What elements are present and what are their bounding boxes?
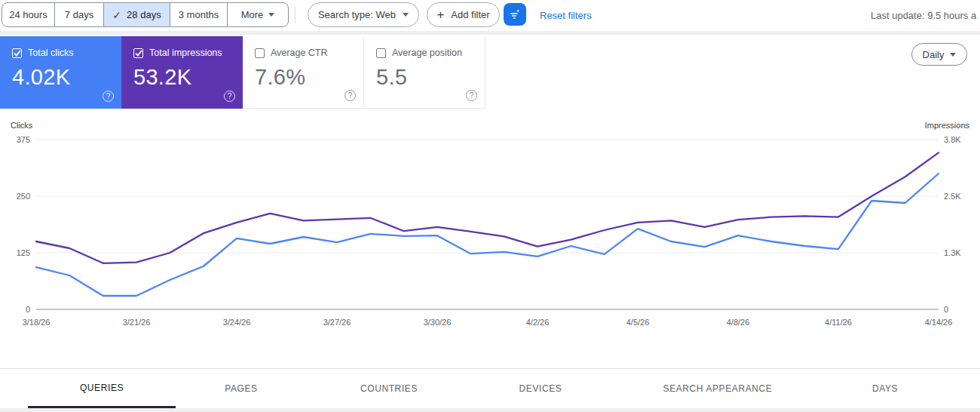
chevron-down-icon <box>268 13 274 17</box>
check-icon: ✓ <box>112 10 121 20</box>
tab-pages[interactable]: PAGES <box>167 369 315 408</box>
x-axis-tick: 4/8/26 <box>712 318 764 327</box>
x-axis-tick: 3/18/26 <box>10 318 63 327</box>
search-type-label: Search type: Web <box>318 9 396 20</box>
date-range-7-days[interactable]: 7 days <box>55 3 104 26</box>
last-update-text: Last update: 9.5 hours a <box>871 0 980 31</box>
metric-card-average-ctr[interactable]: Average CTR7.6%? <box>243 36 364 109</box>
chevron-down-icon <box>403 13 409 17</box>
help-icon[interactable]: ? <box>466 90 477 101</box>
right-axis-tick: 3.8K <box>944 135 977 144</box>
tab-days[interactable]: DAYS <box>811 369 959 408</box>
plus-icon: + <box>436 8 444 21</box>
date-range-label: 7 days <box>65 9 93 20</box>
metric-card-label: Average CTR <box>271 48 328 58</box>
tab-search-appearance[interactable]: SEARCH APPEARANCE <box>644 369 792 408</box>
metric-card-average-position[interactable]: Average position5.5? <box>364 36 485 109</box>
performance-chart[interactable]: Clicks Impressions 3753.8K2502.5K1251.3K… <box>0 112 980 338</box>
tab-label: DAYS <box>872 383 898 394</box>
left-axis-tick: 250 <box>0 192 30 201</box>
x-axis-tick: 3/30/26 <box>411 318 464 327</box>
checkbox-unchecked-icon[interactable] <box>376 48 386 58</box>
date-range-24-hours[interactable]: 24 hours <box>2 3 55 26</box>
date-range-label: 24 hours <box>9 9 47 20</box>
chart-canvas <box>0 112 980 338</box>
performance-panel: Total clicks4.02K?Total impressions53.2K… <box>0 35 980 408</box>
metric-card-total-clicks[interactable]: Total clicks4.02K? <box>0 36 121 109</box>
x-axis-tick: 3/21/26 <box>110 318 163 327</box>
x-axis-tick: 3/27/26 <box>311 318 363 327</box>
add-filter-label: Add filter <box>451 9 489 20</box>
chevron-down-icon <box>950 53 956 57</box>
help-icon[interactable]: ? <box>103 91 114 102</box>
filter-tune-button[interactable] <box>504 3 526 26</box>
date-range-more[interactable]: More <box>228 3 288 26</box>
metric-card-value: 53.2K <box>133 65 243 90</box>
tab-label: PAGES <box>225 383 257 394</box>
tab-label: COUNTRIES <box>360 383 418 394</box>
metric-card-total-impressions[interactable]: Total impressions53.2K? <box>121 36 243 109</box>
tune-sparkle-icon <box>508 8 522 21</box>
tab-countries[interactable]: COUNTRIES <box>315 369 463 408</box>
granularity-dropdown[interactable]: Daily <box>911 43 967 66</box>
x-axis-tick: 4/5/26 <box>611 318 664 327</box>
metric-card-label: Average position <box>392 48 462 58</box>
metric-card-value: 4.02K <box>12 65 121 90</box>
dimension-tabs: QUERIESPAGESCOUNTRIESDEVICESSEARCH APPEA… <box>0 368 980 408</box>
right-axis-tick: 2.5K <box>944 192 977 201</box>
metric-card-label: Total impressions <box>149 48 222 58</box>
right-axis-tick: 1.3K <box>944 248 977 257</box>
right-axis-tick: 0 <box>944 305 977 314</box>
tab-devices[interactable]: DEVICES <box>467 369 614 408</box>
add-filter-button[interactable]: + Add filter <box>427 2 500 27</box>
checkbox-checked-icon[interactable] <box>133 48 143 58</box>
toolbar-divider <box>295 7 296 23</box>
reset-filters-link[interactable]: Reset filters <box>540 0 592 31</box>
help-icon[interactable]: ? <box>224 91 235 102</box>
date-range-28-days[interactable]: ✓28 days <box>104 3 170 26</box>
search-console-performance-page: 24 hours7 days✓28 days3 monthsMore Searc… <box>0 0 980 412</box>
checkbox-unchecked-icon[interactable] <box>255 48 265 58</box>
left-axis-tick: 375 <box>0 135 30 144</box>
filter-toolbar: 24 hours7 days✓28 days3 monthsMore Searc… <box>0 0 980 31</box>
x-axis-tick: 3/24/26 <box>210 318 263 327</box>
date-range-label: More <box>241 9 264 20</box>
left-axis-tick: 0 <box>0 305 30 314</box>
date-range-label: 28 days <box>127 9 161 20</box>
x-axis-tick: 4/14/26 <box>912 318 965 327</box>
metric-card-value: 5.5 <box>376 65 485 90</box>
date-range-3-months[interactable]: 3 months <box>170 3 228 26</box>
x-axis-tick: 4/2/26 <box>511 318 564 327</box>
tab-queries[interactable]: QUERIES <box>28 369 176 408</box>
checkbox-checked-icon[interactable] <box>12 48 22 58</box>
left-axis-tick: 125 <box>0 248 30 257</box>
metric-card-label: Total clicks <box>28 48 73 58</box>
tab-label: DEVICES <box>519 383 562 394</box>
granularity-label: Daily <box>923 49 945 60</box>
tab-label: QUERIES <box>80 383 124 393</box>
help-icon[interactable]: ? <box>345 90 356 101</box>
tab-label: SEARCH APPEARANCE <box>663 383 773 394</box>
date-range-group: 24 hours7 days✓28 days3 monthsMore <box>2 2 289 27</box>
x-axis-tick: 4/11/26 <box>812 318 865 327</box>
metric-card-value: 7.6% <box>255 65 363 90</box>
date-range-label: 3 months <box>179 9 219 20</box>
search-type-dropdown[interactable]: Search type: Web <box>308 2 419 27</box>
